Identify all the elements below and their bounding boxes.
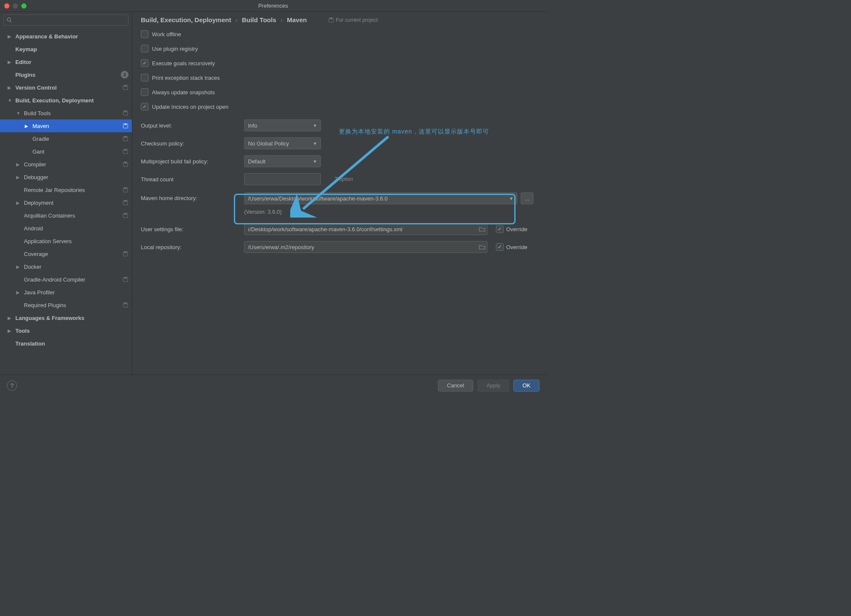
chevron-icon: › <box>280 16 283 23</box>
svg-rect-7 <box>124 124 126 125</box>
checkbox-override-local-repo[interactable]: Override <box>496 243 528 251</box>
input-user-settings[interactable]: ı/Desktop/work/software/apache-maven-3.6… <box>244 223 487 235</box>
sidebar-item-required-plugins[interactable]: Required Plugins <box>0 299 132 311</box>
sidebar-item-arquillian-containers[interactable]: Arquillian Containers <box>0 209 132 222</box>
checkbox-work-offline[interactable]: Work offline <box>141 29 538 40</box>
apply-button[interactable]: Apply <box>478 380 510 392</box>
svg-line-1 <box>10 21 12 23</box>
folder-icon[interactable] <box>479 244 485 250</box>
expand-icon: ▶ <box>16 162 21 167</box>
sidebar-item-build-execution-deployment[interactable]: ▼Build, Execution, Deployment <box>0 94 132 107</box>
sidebar-item-android[interactable]: Android <box>0 222 132 235</box>
sidebar-item-plugins[interactable]: Plugins3 <box>0 68 132 81</box>
sidebar-item-debugger[interactable]: ▶Debugger <box>0 171 132 183</box>
project-scope-icon <box>122 212 128 218</box>
svg-rect-27 <box>330 17 332 19</box>
sidebar-item-docker[interactable]: ▶Docker <box>0 260 132 273</box>
sidebar-item-version-control[interactable]: ▶Version Control <box>0 81 132 94</box>
breadcrumb-1[interactable]: Build Tools <box>242 16 277 23</box>
breadcrumb: Build, Execution, Deployment › Build Too… <box>141 16 538 23</box>
expand-icon: ▶ <box>16 175 21 180</box>
checkbox-override-user-settings[interactable]: Override <box>496 225 528 233</box>
checkbox-use-plugin-registry[interactable]: Use plugin registry <box>141 43 538 54</box>
breadcrumb-0[interactable]: Build, Execution, Deployment <box>141 16 231 23</box>
settings-tree[interactable]: ▶Appearance & BehaviorKeymap▶EditorPlugi… <box>0 28 132 375</box>
sidebar-item-label: Coverage <box>24 251 122 257</box>
content-panel: Build, Execution, Deployment › Build Too… <box>132 12 546 375</box>
expand-icon: ▶ <box>8 328 13 333</box>
cancel-button[interactable]: Cancel <box>438 380 473 392</box>
sidebar-item-languages-frameworks[interactable]: ▶Languages & Frameworks <box>0 311 132 324</box>
sidebar-item-compiler[interactable]: ▶Compiler <box>0 158 132 171</box>
sidebar-item-gant[interactable]: Gant <box>0 145 132 158</box>
label-user-settings: User settings file: <box>141 226 239 232</box>
expand-icon: ▶ <box>8 34 13 39</box>
sidebar-item-label: Remote Jar Repositories <box>24 187 122 193</box>
label-thread-count: Thread count <box>141 176 239 183</box>
project-scope-icon <box>122 302 128 308</box>
select-output-level[interactable]: Info▼ <box>244 119 321 131</box>
project-scope-icon <box>122 123 128 129</box>
sidebar-item-keymap[interactable]: Keymap <box>0 43 132 55</box>
project-scope-icon <box>122 148 128 154</box>
close-window[interactable] <box>4 3 9 9</box>
maximize-window[interactable] <box>21 3 26 9</box>
sidebar-item-label: Plugins <box>15 72 121 78</box>
select-checksum[interactable]: No Global Policy▼ <box>244 137 321 149</box>
search-input[interactable] <box>14 17 125 23</box>
sidebar-item-appearance-behavior[interactable]: ▶Appearance & Behavior <box>0 30 132 43</box>
sidebar-item-maven[interactable]: ▶Maven <box>0 119 132 132</box>
expand-icon: ▶ <box>16 264 21 269</box>
sidebar-item-gradle[interactable]: Gradle <box>0 132 132 145</box>
minimize-window[interactable] <box>13 3 18 9</box>
footer: ? Cancel Apply OK <box>0 375 546 396</box>
label-output-level: Output level: <box>141 122 239 129</box>
sidebar-item-application-servers[interactable]: Application Servers <box>0 235 132 247</box>
sidebar-item-label: Translation <box>15 340 128 347</box>
sidebar-item-translation[interactable]: Translation <box>0 337 132 350</box>
sidebar-item-java-profiler[interactable]: ▶Java Profiler <box>0 286 132 299</box>
svg-rect-19 <box>124 213 126 215</box>
search-box[interactable] <box>3 15 128 26</box>
sidebar-item-gradle-android-compiler[interactable]: Gradle-Android Compiler <box>0 273 132 286</box>
sidebar-item-coverage[interactable]: Coverage <box>0 247 132 260</box>
maven-version-text: (Version: 3.6.0) <box>244 209 533 215</box>
svg-rect-11 <box>124 149 126 151</box>
project-scope-icon <box>122 276 128 282</box>
svg-rect-25 <box>124 303 126 305</box>
sidebar-item-tools[interactable]: ▶Tools <box>0 324 132 337</box>
titlebar: Preferences <box>0 0 546 12</box>
svg-rect-3 <box>124 85 126 87</box>
sidebar-item-label: Build Tools <box>24 110 122 116</box>
sidebar-item-deployment[interactable]: ▶Deployment <box>0 196 132 209</box>
checkbox-always-update[interactable]: Always update snapshots <box>141 87 538 98</box>
combo-maven-home[interactable]: /Users/erwa/Desktop/work/software/apache… <box>244 192 517 204</box>
project-scope-icon <box>122 161 128 167</box>
input-local-repo[interactable]: /Users/erwa/.m2/repository <box>244 241 487 253</box>
sidebar: ▶Appearance & BehaviorKeymap▶EditorPlugi… <box>0 12 132 375</box>
svg-rect-21 <box>124 252 126 253</box>
folder-icon[interactable] <box>479 227 485 232</box>
sidebar-item-build-tools[interactable]: ▼Build Tools <box>0 107 132 119</box>
sidebar-item-editor[interactable]: ▶Editor <box>0 55 132 68</box>
browse-button[interactable]: … <box>521 192 533 204</box>
input-thread-count[interactable] <box>244 173 321 185</box>
window-title: Preferences <box>0 3 546 9</box>
svg-rect-9 <box>124 137 126 138</box>
sidebar-item-label: Docker <box>24 264 128 270</box>
checkbox-print-stack[interactable]: Print exception stack traces <box>141 72 538 83</box>
select-multiproject[interactable]: Default▼ <box>244 155 321 167</box>
sidebar-item-remote-jar-repositories[interactable]: Remote Jar Repositories <box>0 183 132 196</box>
help-button[interactable]: ? <box>7 381 17 391</box>
sidebar-item-label: Keymap <box>15 46 128 52</box>
chevron-down-icon: ▼ <box>313 123 317 128</box>
expand-icon: ▼ <box>8 98 13 103</box>
expand-icon: ▼ <box>16 111 21 116</box>
chevron-down-icon: ▼ <box>509 196 513 201</box>
sidebar-item-label: Application Servers <box>24 238 128 244</box>
checkbox-execute-recursive[interactable]: Execute goals recursively <box>141 58 538 69</box>
checkbox-update-indices[interactable]: Update Incices on project open <box>141 101 538 112</box>
project-scope-icon <box>122 84 128 90</box>
ok-button[interactable]: OK <box>513 380 539 392</box>
label-local-repo: Local repository: <box>141 244 239 250</box>
